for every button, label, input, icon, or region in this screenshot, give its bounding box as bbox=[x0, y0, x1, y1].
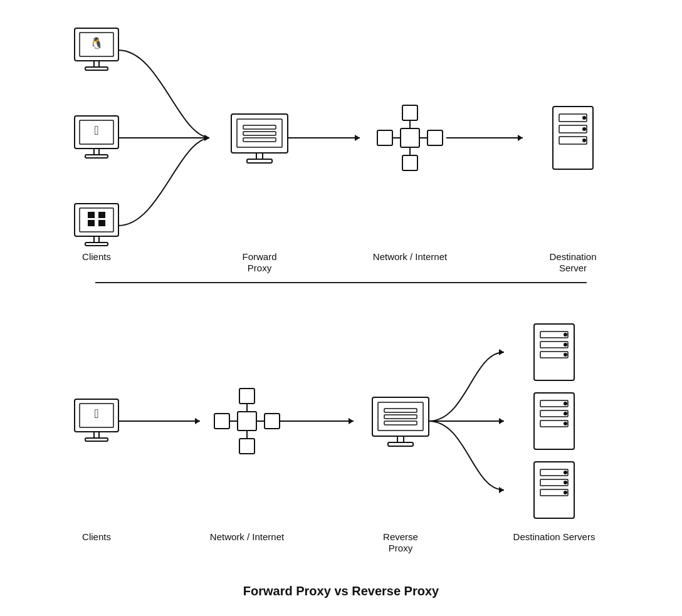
svg-rect-29 bbox=[401, 128, 419, 147]
svg-rect-21 bbox=[237, 119, 282, 147]
forward-proxy-section: 🐧  bbox=[34, 19, 648, 269]
client-mac-icon:  bbox=[75, 116, 118, 158]
svg-point-82 bbox=[564, 353, 567, 357]
svg-rect-50 bbox=[94, 432, 99, 438]
top-network-label: Network / Internet bbox=[373, 251, 448, 262]
client-linux-icon: 🐧 bbox=[75, 28, 118, 70]
svg-rect-26 bbox=[247, 159, 272, 163]
svg-point-88 bbox=[564, 412, 567, 415]
svg-marker-64 bbox=[349, 418, 354, 424]
svg-point-80 bbox=[564, 333, 567, 337]
svg-point-89 bbox=[564, 422, 567, 425]
svg-rect-23 bbox=[243, 132, 276, 135]
svg-rect-22 bbox=[243, 125, 276, 129]
svg-rect-61 bbox=[265, 414, 280, 429]
svg-rect-24 bbox=[243, 138, 276, 142]
svg-rect-4 bbox=[85, 67, 108, 70]
svg-point-96 bbox=[564, 491, 567, 494]
svg-rect-67 bbox=[384, 409, 417, 412]
svg-rect-10 bbox=[75, 204, 118, 236]
svg-marker-53 bbox=[195, 418, 200, 424]
svg-rect-30 bbox=[402, 105, 417, 120]
reverse-client-icon:  bbox=[75, 399, 118, 441]
svg-marker-74 bbox=[499, 349, 504, 355]
svg-point-81 bbox=[564, 343, 567, 347]
svg-rect-71 bbox=[388, 442, 413, 446]
svg-rect-54 bbox=[238, 412, 256, 431]
svg-rect-68 bbox=[384, 415, 417, 419]
svg-rect-36 bbox=[428, 130, 443, 145]
svg-rect-16 bbox=[94, 236, 99, 243]
top-proxy-label2: Proxy bbox=[248, 263, 272, 273]
svg-rect-34 bbox=[377, 130, 392, 145]
svg-rect-9 bbox=[85, 155, 108, 158]
svg-point-87 bbox=[564, 402, 567, 405]
svg-rect-32 bbox=[402, 155, 417, 170]
svg-marker-28 bbox=[355, 135, 360, 141]
svg-rect-25 bbox=[256, 153, 263, 159]
svg-marker-75 bbox=[499, 487, 504, 493]
bot-network-label: Network / Internet bbox=[210, 531, 285, 542]
svg-marker-73 bbox=[499, 418, 504, 424]
reverse-proxy-section:  bbox=[34, 296, 648, 565]
svg-point-44 bbox=[582, 116, 586, 120]
svg-rect-69 bbox=[384, 421, 417, 425]
svg-text:🐧: 🐧 bbox=[90, 36, 104, 50]
reverse-network-icon bbox=[214, 389, 280, 454]
dest-server-mid-icon bbox=[534, 393, 574, 449]
reverse-proxy-icon bbox=[372, 397, 429, 446]
svg-point-95 bbox=[564, 481, 567, 484]
svg-text::  bbox=[94, 407, 98, 420]
forward-proxy-svg: 🐧  bbox=[34, 19, 648, 269]
dest-server-top-icon bbox=[534, 324, 574, 380]
svg-rect-12 bbox=[88, 212, 95, 218]
client-windows-icon bbox=[75, 204, 118, 246]
svg-marker-39 bbox=[518, 135, 523, 141]
bot-proxy-label2: Proxy bbox=[389, 543, 413, 553]
svg-marker-19 bbox=[204, 135, 209, 141]
top-clients-label: Clients bbox=[82, 251, 111, 262]
svg-rect-14 bbox=[88, 220, 95, 226]
svg-rect-57 bbox=[239, 439, 254, 454]
bot-proxy-label: Reverse bbox=[383, 531, 418, 542]
dest-server-icon bbox=[553, 107, 593, 169]
svg-point-45 bbox=[582, 127, 586, 131]
svg-rect-59 bbox=[214, 414, 229, 429]
top-dest-label: Destination bbox=[549, 251, 596, 262]
bot-clients-label: Clients bbox=[82, 531, 111, 542]
svg-rect-51 bbox=[85, 438, 108, 441]
reverse-proxy-svg:  bbox=[34, 296, 648, 565]
svg-rect-11 bbox=[80, 208, 113, 232]
svg-point-94 bbox=[564, 471, 567, 474]
top-dest-label2: Server bbox=[559, 263, 587, 273]
svg-rect-15 bbox=[98, 220, 105, 226]
svg-rect-17 bbox=[85, 243, 108, 246]
svg-rect-66 bbox=[378, 402, 423, 431]
svg-rect-55 bbox=[239, 389, 254, 404]
forward-proxy-icon bbox=[231, 114, 288, 163]
svg-text::  bbox=[94, 123, 98, 137]
section-divider bbox=[95, 282, 587, 283]
diagram-container: 🐧  bbox=[34, 19, 648, 598]
svg-rect-8 bbox=[94, 149, 99, 155]
bot-dest-label: Destination Servers bbox=[513, 531, 595, 542]
svg-point-46 bbox=[582, 138, 586, 142]
dest-server-bot-icon bbox=[534, 462, 574, 518]
top-proxy-label: Forward bbox=[242, 251, 276, 262]
svg-rect-70 bbox=[397, 436, 404, 442]
svg-rect-13 bbox=[98, 212, 105, 218]
network-icon bbox=[377, 105, 443, 170]
diagram-title: Forward Proxy vs Reverse Proxy bbox=[243, 584, 439, 598]
svg-rect-3 bbox=[94, 61, 99, 67]
